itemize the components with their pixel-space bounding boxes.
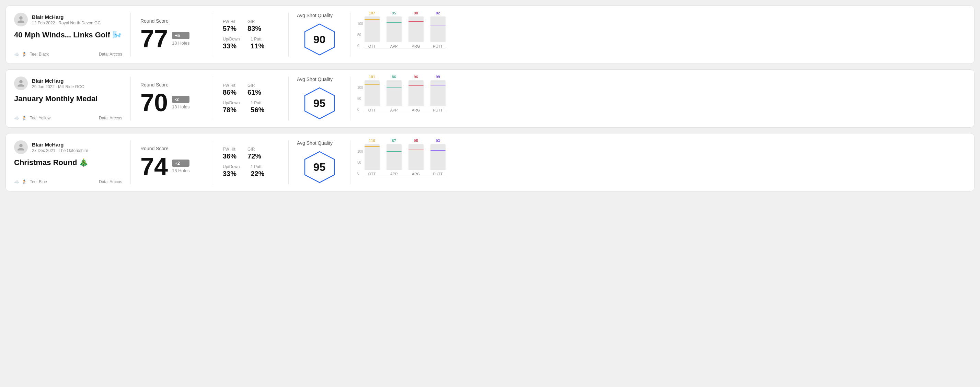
bar-group-putt: 93 PUTT [430,139,445,176]
quality-section: Avg Shot Quality 95 [289,76,350,121]
score-badge-col: +2 18 Holes [172,160,189,173]
score-number: 77 [140,26,168,51]
score-diff-badge: +2 [172,160,189,167]
data-source: Data: Arccos [99,179,122,184]
bar-label-app: APP [390,172,398,176]
user-name: Blair McHarg [32,142,88,148]
bottom-info: ☁️ 🏌️ Tee: Yellow Data: Arccos [14,116,122,121]
gir-stat: GIR 72% [248,147,261,160]
one-putt-label: 1 Putt [251,164,264,169]
one-putt-stat: 1 Putt 56% [251,100,264,114]
score-diff-badge: +5 [172,32,189,39]
up-down-value: 78% [223,106,240,114]
quality-label: Avg Shot Quality [297,76,332,82]
round-title: Christmas Round 🎄 [14,158,122,167]
score-number: 74 [140,154,168,179]
holes-text: 18 Holes [172,104,189,109]
bag-icon: 🏌️ [22,52,27,57]
tee-info: ☁️ 🏌️ Tee: Yellow [14,116,51,121]
up-down-label: Up/Down [223,164,240,169]
bar-group-ott: 110 OTT [364,139,380,176]
data-source: Data: Arccos [99,116,122,121]
bar-label-putt: PUTT [433,44,443,48]
bar-value-putt: 93 [436,139,440,143]
bar-chart: 110 OTT 87 APP 95 [364,142,445,183]
quality-label: Avg Shot Quality [297,13,332,18]
avatar [14,13,28,26]
one-putt-stat: 1 Putt 11% [251,37,264,50]
data-source: Data: Arccos [99,52,122,57]
gir-value: 83% [248,25,261,33]
bar-value-ott: 107 [369,11,375,15]
bar-label-arg: ARG [412,172,420,176]
one-putt-value: 11% [251,42,264,50]
axis-0: 0 [357,44,363,48]
bar-label-arg: ARG [412,44,420,48]
stats-section: FW Hit 86% GIR 61% Up/Down 78% 1 Putt 56… [213,76,289,121]
score-section: Round Score 74 +2 18 Holes [131,140,213,184]
fw-hit-value: 86% [223,89,237,97]
axis-100: 100 [357,149,363,153]
round-card-1: Blair McHarg 12 Feb 2022 · Royal North D… [5,5,975,64]
up-down-label: Up/Down [223,100,240,105]
axis-50: 50 [357,33,363,37]
fw-hit-stat: FW Hit 57% [223,19,237,33]
fw-hit-label: FW Hit [223,19,237,24]
gir-label: GIR [248,83,261,88]
score-row: 70 -2 18 Holes [140,90,203,115]
stats-row-top: FW Hit 57% GIR 83% [223,19,279,33]
score-badge-col: +5 18 Holes [172,32,189,46]
user-date: 27 Dec 2021 · The Oxfordshire [32,148,88,153]
bar-group-app: 95 APP [387,11,402,48]
bar-value-arg: 98 [414,11,418,15]
axis-50: 50 [357,160,363,164]
avatar [14,76,28,90]
fw-hit-label: FW Hit [223,83,237,88]
stats-row-bottom: Up/Down 33% 1 Putt 11% [223,37,279,50]
hex-score: 95 [313,97,326,110]
bar-value-app: 95 [392,11,396,15]
score-number: 70 [140,90,168,115]
tee-label: Tee: Blue [30,179,47,184]
axis-0: 0 [357,171,363,175]
score-badge-col: -2 18 Holes [172,96,189,109]
round-title: January Monthly Medal [14,94,122,103]
up-down-value: 33% [223,170,240,178]
score-row: 74 +2 18 Holes [140,154,203,179]
score-section: Round Score 77 +5 18 Holes [131,13,213,57]
quality-label: Avg Shot Quality [297,140,332,146]
hexagon-container: 95 [302,86,337,121]
round-card-2: Blair McHarg 29 Jan 2022 · Mill Ride GCC… [5,69,975,128]
stats-row-bottom: Up/Down 78% 1 Putt 56% [223,100,279,114]
score-row: 77 +5 18 Holes [140,26,203,51]
chart-section: 100 50 0 101 OTT 86 APP [350,76,966,121]
round-score-label: Round Score [140,82,203,87]
bar-value-arg: 95 [414,139,418,143]
left-section: Blair McHarg 12 Feb 2022 · Royal North D… [14,13,131,57]
hex-score: 90 [313,33,326,46]
bar-group-app: 86 APP [387,75,402,112]
bar-label-app: APP [390,108,398,112]
up-down-stat: Up/Down 33% [223,37,240,50]
bar-group-putt: 99 PUTT [430,75,445,112]
gir-label: GIR [248,19,261,24]
stats-row-bottom: Up/Down 33% 1 Putt 22% [223,164,279,178]
fw-hit-stat: FW Hit 36% [223,147,237,160]
stats-section: FW Hit 36% GIR 72% Up/Down 33% 1 Putt 22… [213,140,289,184]
axis-0: 0 [357,108,363,111]
bar-label-ott: OTT [368,44,376,48]
round-score-label: Round Score [140,18,203,24]
fw-hit-value: 57% [223,25,237,33]
hex-score: 95 [313,161,326,174]
chart-section: 100 50 0 110 OTT 87 APP [350,140,966,184]
bar-label-putt: PUTT [433,108,443,112]
bar-group-putt: 82 PUTT [430,11,445,48]
user-info: Blair McHarg 29 Jan 2022 · Mill Ride GCC [14,76,122,90]
bar-group-arg: 96 ARG [409,75,423,112]
hexagon-container: 95 [302,150,337,184]
up-down-value: 33% [223,42,240,50]
bar-chart: 101 OTT 86 APP 96 [364,78,445,119]
y-axis: 100 50 0 [357,22,363,48]
user-name: Blair McHarg [32,78,84,84]
one-putt-label: 1 Putt [251,100,264,105]
